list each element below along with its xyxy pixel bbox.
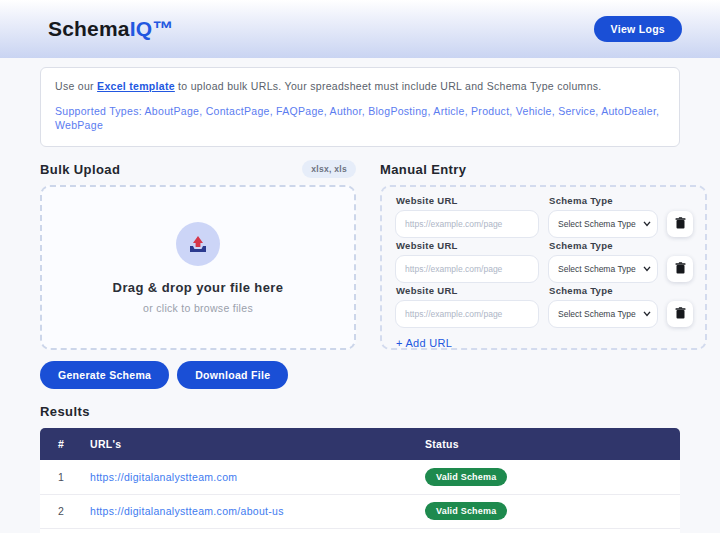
manual-entry-section: Manual Entry Website URL Schema Type [380,160,707,350]
file-dropzone[interactable]: Drag & drop your file here or click to b… [40,185,356,350]
results-table: # URL's Status 1 https://digitalanalystt… [40,428,680,533]
trash-icon [675,217,686,232]
table-row: 2 https://digitalanalystteam.com/about-u… [40,495,680,530]
generate-schema-button[interactable]: Generate Schema [40,361,169,389]
instructions-prefix: Use our [55,80,97,92]
status-badge: Valid Schema [425,502,507,520]
manual-entry-row: Website URL Schema Type Select Schema Ty… [395,193,693,238]
column-header-status: Status [425,438,680,450]
dropzone-subtitle: or click to browse files [143,302,253,314]
trash-icon [675,307,686,322]
website-url-label: Website URL [396,285,539,296]
upload-icon [176,222,220,266]
bulk-upload-title: Bulk Upload [40,162,120,177]
website-url-label: Website URL [396,240,539,251]
template-instructions: Use our Excel template to upload bulk UR… [55,79,665,94]
app-header: SchemaIQ™ View Logs [0,0,720,58]
table-row: 1 https://digitalanalystteam.com Valid S… [40,460,680,495]
delete-row-button-1[interactable] [667,211,693,237]
schema-type-label: Schema Type [549,285,658,296]
dropzone-title: Drag & drop your file here [113,280,284,295]
excel-template-link[interactable]: Excel template [97,80,175,92]
result-url-link[interactable]: https://digitalanalystteam.com/about-us [90,505,284,517]
delete-row-button-3[interactable] [667,301,693,327]
delete-row-button-2[interactable] [667,256,693,282]
status-badge: Valid Schema [425,468,507,486]
instructions-suffix: to upload bulk URLs. Your spreadsheet mu… [175,80,602,92]
table-row: 3 https://digitalanalystteam.com/contact… [40,529,680,533]
result-url-link[interactable]: https://digitalanalystteam.com [90,471,237,483]
table-header-row: # URL's Status [40,428,680,460]
schema-type-select-2[interactable]: Select Schema Type [548,255,658,283]
website-url-input-1[interactable] [395,210,539,238]
download-file-button[interactable]: Download File [177,361,288,389]
website-url-input-3[interactable] [395,300,539,328]
file-types-badge: xlsx, xls [302,160,356,178]
results-title: Results [40,404,680,419]
supported-types-text: Supported Types: AboutPage, ContactPage,… [55,104,665,133]
manual-entry-title: Manual Entry [380,162,466,177]
manual-entry-box: Website URL Schema Type Select Schema Ty… [380,185,707,350]
schema-type-label: Schema Type [549,240,658,251]
brand-schema-text: Schema [48,17,130,40]
website-url-input-2[interactable] [395,255,539,283]
info-banner: Use our Excel template to upload bulk UR… [40,67,680,147]
add-url-button[interactable]: + Add URL [396,337,452,349]
bulk-upload-section: Bulk Upload xlsx, xls Drag & drop your f… [40,160,356,350]
column-header-urls: URL's [90,438,425,450]
schema-type-label: Schema Type [549,195,658,206]
trash-icon [675,262,686,277]
schema-type-select-3[interactable]: Select Schema Type [548,300,658,328]
schema-type-select-1[interactable]: Select Schema Type [548,210,658,238]
manual-entry-row: Website URL Schema Type Select Schema Ty… [395,283,693,328]
view-logs-button[interactable]: View Logs [594,16,682,42]
app-logo: SchemaIQ™ [48,17,174,41]
manual-entry-row: Website URL Schema Type Select Schema Ty… [395,238,693,283]
main-content: Use our Excel template to upload bulk UR… [0,58,720,533]
row-index: 1 [40,471,90,483]
website-url-label: Website URL [396,195,539,206]
column-header-index: # [40,438,90,450]
brand-iq-text: IQ™ [130,17,174,40]
row-index: 2 [40,505,90,517]
